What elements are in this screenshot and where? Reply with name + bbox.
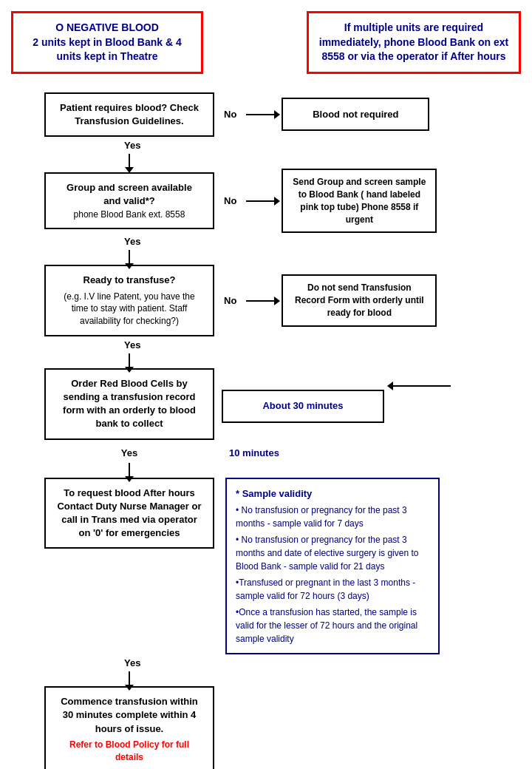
sample-validity-box: * Sample validity • No transfusion or pr… bbox=[225, 478, 440, 655]
o-neg-line2: 2 units kept in Blood Bank & 4 units kep… bbox=[33, 36, 181, 63]
do-not-send-text: Do not send Transfusion Record Form with… bbox=[292, 282, 426, 319]
step6-box: Commence transfusion within 30 minutes c… bbox=[44, 686, 214, 769]
step2-box: Group and screen available and valid*? p… bbox=[44, 172, 214, 229]
do-not-send-box: Do not send Transfusion Record Form with… bbox=[282, 274, 437, 326]
step1-no-arrow bbox=[246, 114, 276, 115]
sample-validity-p4: •Once a transfusion has started, the sam… bbox=[236, 606, 429, 646]
step3-box: Ready to transfuse? (e.g. I.V line Paten… bbox=[44, 265, 214, 336]
o-neg-line1: O NEGATIVE BLOOD bbox=[55, 21, 159, 33]
step1-label: Patient requires blood? Check Transfusio… bbox=[57, 101, 202, 128]
about-30-box: About 30 minutes bbox=[222, 390, 384, 423]
step5-box: To request blood After hours Contact Dut… bbox=[44, 478, 214, 549]
flowchart: Patient requires blood? Check Transfusio… bbox=[15, 92, 517, 769]
o-negative-blood-box: O NEGATIVE BLOOD 2 units kept in Blood B… bbox=[11, 11, 203, 74]
step5-yes-label: Yes bbox=[124, 657, 517, 668]
step3-yes-label: Yes bbox=[124, 339, 517, 350]
sample-validity-p3: •Transfused or pregnant in the last 3 mo… bbox=[236, 576, 429, 603]
ten-minutes-label: 10 minutes bbox=[229, 447, 279, 458]
step2-no-label: No bbox=[224, 195, 236, 206]
step2-yes-label: Yes bbox=[124, 236, 517, 247]
sample-validity-title: * Sample validity bbox=[236, 487, 429, 501]
blood-not-required-text: Blood not required bbox=[313, 108, 398, 121]
arrow-5-6 bbox=[129, 671, 130, 686]
step3-no-arrow bbox=[246, 300, 276, 302]
multiple-units-box: If multiple units are required immediate… bbox=[307, 11, 521, 74]
sample-validity-p2: • No transfusion or pregnancy for the pa… bbox=[236, 533, 429, 573]
step6-label: Commence transfusion within 30 minutes c… bbox=[57, 695, 202, 736]
step1-box: Patient requires blood? Check Transfusio… bbox=[44, 92, 214, 137]
step3-no-label: No bbox=[224, 295, 236, 306]
step4-box: Order Red Blood Cells by sending a trans… bbox=[44, 368, 214, 440]
blood-not-required-box: Blood not required bbox=[282, 98, 429, 131]
step1-yes-label: Yes bbox=[124, 140, 517, 151]
arrow-3-4 bbox=[129, 353, 130, 368]
step1-no-label: No bbox=[224, 109, 236, 120]
arrow-2-3 bbox=[129, 250, 130, 265]
sample-validity-p1: • No transfusion or pregnancy for the pa… bbox=[236, 504, 429, 530]
step2-sub: phone Blood Bank ext. 8558 bbox=[74, 209, 185, 221]
step4-label: Order Red Blood Cells by sending a trans… bbox=[57, 377, 202, 431]
step2-label: Group and screen available and valid*? bbox=[57, 181, 202, 208]
step3-sub: (e.g. I.V line Patent, you have the time… bbox=[57, 291, 202, 328]
multiple-units-text: If multiple units are required immediate… bbox=[319, 21, 508, 62]
step6-red-text: Refer to Blood Policy for full details bbox=[57, 739, 202, 764]
about-30-text: About 30 minutes bbox=[262, 399, 343, 413]
step2-no-arrow bbox=[246, 200, 276, 202]
step3-label: Ready to transfuse? bbox=[83, 274, 176, 287]
arrow-1-2 bbox=[129, 154, 130, 169]
send-group-screen-text: Send Group and screen sample to Blood Ba… bbox=[292, 176, 426, 226]
step5-label: To request blood After hours Contact Dut… bbox=[57, 487, 202, 541]
step4-yes-label: Yes bbox=[121, 447, 137, 458]
send-group-screen-box: Send Group and screen sample to Blood Ba… bbox=[282, 169, 437, 233]
arrow-4-5 bbox=[129, 463, 130, 478]
